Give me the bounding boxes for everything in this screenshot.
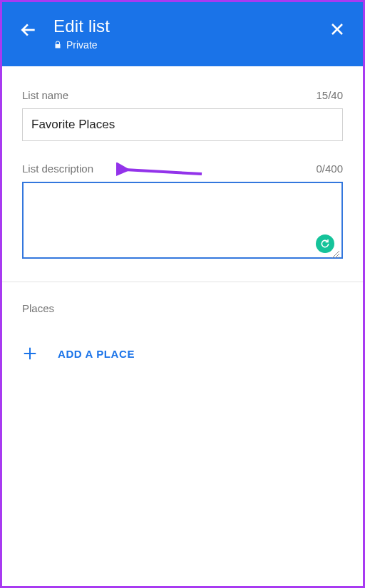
arrow-left-icon (19, 21, 38, 39)
add-place-label: ADD A PLACE (58, 348, 135, 360)
back-button[interactable] (19, 21, 38, 39)
privacy-label: Private (66, 39, 98, 51)
description-wrapper (22, 182, 343, 262)
grammarly-badge[interactable] (316, 234, 334, 253)
name-field-header: List name 15/40 (22, 89, 343, 101)
lock-icon (53, 41, 62, 49)
close-icon (329, 21, 346, 38)
description-label: List description (22, 163, 93, 175)
places-section: Places ADD A PLACE (2, 282, 363, 361)
list-description-input[interactable] (22, 182, 343, 259)
page-title: Edit list (53, 16, 110, 36)
form-content: List name 15/40 List description 0/400 (2, 66, 363, 262)
list-name-input[interactable] (22, 108, 343, 141)
grammarly-icon (319, 238, 331, 249)
header-titles: Edit list Private (53, 16, 110, 51)
plus-icon (22, 346, 38, 361)
close-button[interactable] (329, 21, 346, 38)
name-label: List name (22, 89, 68, 101)
app-header: Edit list Private (2, 2, 363, 66)
description-field-header: List description 0/400 (22, 163, 343, 175)
description-counter: 0/400 (316, 163, 343, 175)
add-place-button[interactable]: ADD A PLACE (22, 346, 343, 361)
name-counter: 15/40 (316, 89, 343, 101)
privacy-row: Private (53, 39, 110, 51)
places-heading: Places (22, 302, 343, 314)
